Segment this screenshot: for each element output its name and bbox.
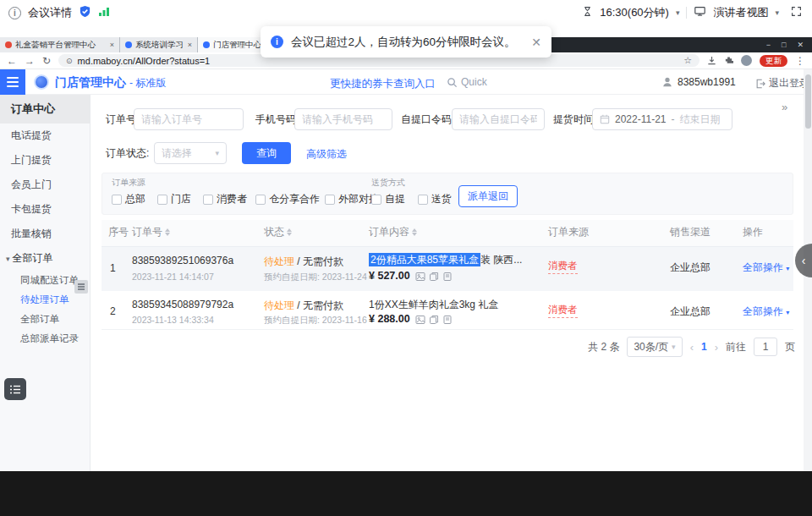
view-dropdown-icon[interactable]: ▾ [775,8,779,17]
fullscreen-icon[interactable] [791,5,802,20]
meeting-details-label[interactable]: 会议详情 [28,5,72,20]
tab-favicon [203,41,210,48]
update-button[interactable]: 更新 [760,55,787,67]
order-price-line: ¥ 288.00 [369,313,453,325]
download-icon[interactable] [707,53,716,69]
quick-search[interactable]: Quick [447,76,487,88]
image-icon[interactable] [415,315,425,325]
close-icon[interactable]: ✕ [797,41,804,49]
browser-tab[interactable]: 系统培训学习 × [120,37,198,52]
hamburger-menu-icon[interactable] [0,69,25,95]
sidebar-group-all-orders[interactable]: ▾全部订单 [0,246,90,271]
col-header-order-no[interactable]: 订单号 [132,225,170,239]
collapse-columns-icon[interactable]: » [782,101,787,113]
site-info-icon[interactable]: ⊙ [66,57,73,65]
col-header-status[interactable]: 状态 [264,225,292,239]
order-content: 2份精品大果85苹果礼盒装 陕西... [369,253,522,267]
browser-menu-icon[interactable]: ⋮ [795,56,805,66]
copy-icon[interactable] [429,315,439,325]
duration-dropdown-icon[interactable]: ▾ [676,8,680,17]
expand-caret-icon: ▾ [6,255,10,263]
prev-page-icon[interactable]: ‹ [690,341,694,354]
note-icon[interactable] [442,315,453,325]
goto-page-input[interactable] [754,338,777,356]
app-header: 门店管理中心 - 标准版 更快捷的券卡查询入口 Quick 8385wb1991… [0,69,812,95]
sort-icon[interactable] [412,228,417,236]
sidebar-item-door-pickup[interactable]: 上门提货 [0,148,90,173]
order-number: 83859345088979792a [132,299,233,310]
image-icon[interactable] [415,272,425,282]
current-page[interactable]: 1 [701,341,707,353]
order-content: 1份XX生鲜羊肉礼盒3kg 礼盒 [369,298,498,312]
security-shield-icon[interactable] [79,5,91,21]
col-header-content[interactable]: 订单内容 [369,225,417,239]
checkbox-source-store[interactable]: 门店 [157,192,191,206]
sidebar-sub-dispatch-records[interactable]: 总部派单记录 [0,329,90,349]
checkbox-source-hq[interactable]: 总部 [112,192,145,206]
sidebar-item-batch-verify[interactable]: 批量核销 [0,222,90,246]
checkbox-source-consumer[interactable]: 消费者 [203,192,247,206]
sidebar-sub-all-orders[interactable]: 全部订单 [0,310,90,329]
order-source-badge[interactable]: 消费者 [548,260,578,274]
order-status: 待处理 / 无需付款 [264,255,343,269]
phone-input[interactable] [294,108,392,130]
extensions-icon[interactable] [724,53,733,69]
back-icon[interactable]: ← [7,56,17,66]
meeting-info-icon[interactable]: i [8,7,21,19]
scrollbar-thumb[interactable] [805,74,811,129]
note-icon[interactable] [442,272,453,282]
checkbox-delivery-deliver[interactable]: 送货 [418,192,452,206]
tab-close-icon[interactable]: × [110,41,114,49]
reload-icon[interactable]: ↻ [42,56,51,66]
order-no-input[interactable] [134,108,244,130]
drawer-collapse-handle[interactable]: ‹ [795,244,812,277]
panel-toggle-icon[interactable] [74,280,88,294]
bookmark-star-icon[interactable]: ☆ [683,55,692,66]
sort-icon[interactable] [165,228,170,236]
dispatch-return-button[interactable]: 派单退回 [458,185,518,207]
user-account[interactable]: 8385wb1991 [661,76,736,88]
sort-icon[interactable] [287,228,292,236]
maximize-icon[interactable]: □ [782,41,786,49]
chevron-down-icon: ▾ [215,149,219,157]
order-source-badge[interactable]: 消费者 [548,304,578,318]
sidebar-item-card-pickup[interactable]: 卡包提货 [0,197,90,222]
minimize-icon[interactable]: − [766,41,771,49]
sidebar-title: 订单中心 [0,95,90,124]
search-button[interactable]: 查询 [242,142,291,164]
order-status-select[interactable]: 请选择 ▾ [154,142,227,164]
network-signal-icon[interactable] [98,5,110,20]
forward-icon[interactable]: → [25,56,35,66]
browser-tab[interactable]: 礼盒荟销平台管理中心 × [0,37,120,52]
page-size-select[interactable]: 30条/页▾ [627,337,682,357]
meeting-topbar-left: i 会议详情 [8,5,110,21]
profile-avatar[interactable] [741,55,752,66]
checkbox-delivery-selfpickup[interactable]: 自提 [371,192,405,206]
checkbox-source-warehouse[interactable]: 仓分享合作 [255,192,320,206]
coupon-query-link[interactable]: 更快捷的券卡查询入口 [330,77,436,91]
logout-button[interactable]: 退出登录 [755,76,809,91]
all-actions-dropdown[interactable]: 全部操作 ▾ [743,261,789,275]
next-page-icon[interactable]: › [715,341,718,354]
checkbox-label: 门店 [171,192,191,206]
chevron-down-icon: ▾ [672,343,676,351]
floating-list-icon[interactable] [4,378,26,400]
view-mode-label[interactable]: 演讲者视图 [713,5,768,20]
date-start-value[interactable]: 2022-11-21 [615,113,667,125]
order-number: 83859389251069376a [132,255,233,266]
checkbox-label: 自提 [385,192,405,206]
date-range-picker[interactable]: 2022-11-21 - 结束日期 [592,108,732,130]
pickup-date: 预约自提日期: 2023-11-16 [264,315,367,327]
date-end-placeholder[interactable]: 结束日期 [680,113,721,127]
advanced-filter-link[interactable]: 高级筛选 [306,147,347,162]
all-actions-dropdown[interactable]: 全部操作 ▾ [743,305,789,319]
sidebar-item-phone-pickup[interactable]: 电话提货 [0,124,90,148]
tab-close-icon[interactable]: × [188,41,192,49]
sidebar-item-member-visit[interactable]: 会员上门 [0,173,90,197]
view-monitor-icon [694,5,706,20]
pickup-time-label: 提货时间 [553,108,594,130]
toast-close-icon[interactable]: ✕ [531,36,541,48]
copy-icon[interactable] [429,272,439,282]
pickup-code-label: 自提口令码 [401,108,452,130]
pickup-code-input[interactable] [452,108,545,130]
